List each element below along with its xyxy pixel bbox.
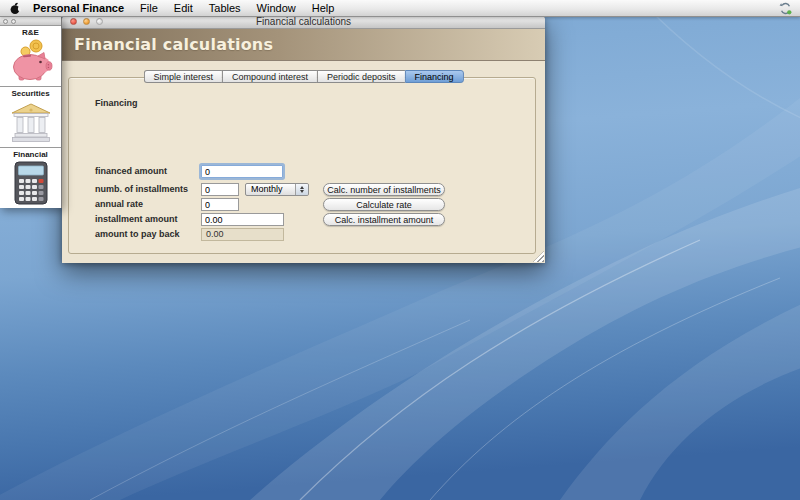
- palette-window: R&E Securities: [0, 16, 62, 208]
- page-title: Financial calculations: [62, 35, 273, 54]
- period-dropdown[interactable]: Monthly: [245, 183, 309, 196]
- amount-to-pay-back-value: 0.00: [201, 228, 284, 241]
- tab-periodic-deposits[interactable]: Periodic deposits: [317, 70, 405, 83]
- menu-item-window[interactable]: Window: [257, 2, 296, 14]
- piggy-bank-icon: [9, 38, 53, 84]
- menu-item-file[interactable]: File: [140, 2, 158, 14]
- form-row-installment-amount: installment amount Calc. installment amo…: [62, 213, 545, 226]
- menu-bar: Personal Finance File Edit Tables Window…: [0, 0, 800, 17]
- palette-close-button[interactable]: [3, 19, 8, 24]
- minimize-button[interactable]: [83, 18, 90, 25]
- calc-installments-button[interactable]: Calc. number of installments: [323, 183, 445, 196]
- installment-amount-label: installment amount: [95, 213, 178, 226]
- form-row-installments: numb. of installments Monthly Calc. numb…: [62, 183, 545, 196]
- period-dropdown-value: Monthly: [251, 184, 283, 194]
- annual-rate-field[interactable]: [201, 198, 239, 211]
- popup-stepper-icon: [295, 184, 308, 195]
- bank-icon: [9, 99, 53, 145]
- window-controls: [70, 18, 103, 25]
- window-content: Simple interest Compound interest Period…: [62, 61, 545, 263]
- palette-item-label: Securities: [0, 87, 61, 98]
- installments-field[interactable]: [201, 183, 239, 196]
- palette-item-securities[interactable]: Securities: [0, 87, 61, 148]
- sync-icon[interactable]: [779, 2, 792, 15]
- close-button[interactable]: [70, 18, 77, 25]
- palette-item-financial[interactable]: Financial: [0, 148, 61, 208]
- section-heading: Financing: [95, 98, 138, 108]
- calculator-icon: [11, 160, 51, 206]
- financed-amount-label: financed amount: [95, 165, 167, 178]
- palette-item-label: Financial: [0, 148, 61, 159]
- palette-item-re[interactable]: R&E: [0, 26, 61, 87]
- tab-compound-interest[interactable]: Compound interest: [222, 70, 317, 83]
- menu-item-help[interactable]: Help: [312, 2, 335, 14]
- installments-label: numb. of installments: [95, 183, 188, 196]
- tab-financing[interactable]: Financing: [405, 70, 464, 83]
- zoom-button[interactable]: [96, 18, 103, 25]
- palette-collapse-button[interactable]: [11, 19, 16, 24]
- form-row-amount-to-pay-back: amount to pay back 0.00: [62, 228, 545, 241]
- annual-rate-label: annual rate: [95, 198, 143, 211]
- palette-titlebar[interactable]: [0, 17, 61, 26]
- installment-amount-field[interactable]: [201, 213, 284, 226]
- menu-item-tables[interactable]: Tables: [209, 2, 241, 14]
- window-header-band: Financial calculations: [62, 29, 545, 61]
- window-titlebar[interactable]: Financial calculations: [62, 15, 545, 29]
- amount-to-pay-back-label: amount to pay back: [95, 228, 180, 241]
- desktop: Personal Finance File Edit Tables Window…: [0, 0, 800, 500]
- menu-item-edit[interactable]: Edit: [174, 2, 193, 14]
- calc-installment-amount-button[interactable]: Calc. installment amount: [323, 213, 445, 226]
- menu-item-app[interactable]: Personal Finance: [33, 2, 124, 14]
- financial-calculations-window: Financial calculations Financial calcula…: [62, 15, 545, 262]
- tab-bar: Simple interest Compound interest Period…: [143, 70, 463, 83]
- financed-amount-field[interactable]: [201, 165, 283, 178]
- calculate-rate-button[interactable]: Calculate rate: [323, 198, 445, 211]
- apple-menu[interactable]: [10, 2, 21, 15]
- apple-logo-icon: [10, 2, 21, 15]
- tab-simple-interest[interactable]: Simple interest: [143, 70, 222, 83]
- form-row-financed-amount: financed amount: [62, 165, 545, 178]
- form-row-annual-rate: annual rate Calculate rate: [62, 198, 545, 211]
- palette-item-label: R&E: [0, 26, 61, 37]
